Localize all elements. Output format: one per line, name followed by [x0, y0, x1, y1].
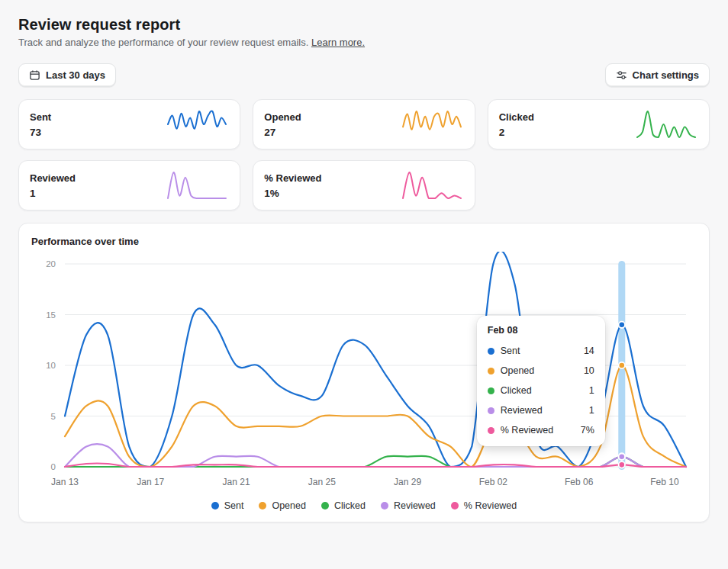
date-range-button[interactable]: Last 30 days [18, 63, 116, 87]
learn-more-link[interactable]: Learn more. [311, 37, 365, 48]
svg-text:Jan 17: Jan 17 [137, 477, 164, 487]
legend-color-dot [381, 502, 388, 510]
legend-item-clicked[interactable]: Clicked [321, 500, 366, 511]
svg-text:Feb 10: Feb 10 [650, 477, 679, 487]
metric-value: 2 [499, 127, 534, 138]
metric-card-pct-reviewed: % Reviewed 1% [253, 160, 475, 211]
sliders-icon [616, 69, 627, 81]
tooltip-series-name: Reviewed [501, 405, 583, 416]
legend-label: Reviewed [394, 500, 436, 511]
tooltip-row: % Reviewed7% [477, 420, 605, 440]
legend-label: Clicked [334, 500, 366, 511]
page-subtitle: Track and analyze the performance of you… [18, 37, 710, 48]
chart-settings-label: Chart settings [633, 69, 699, 81]
opened-sparkline [400, 108, 464, 140]
metric-label: Clicked [499, 111, 534, 123]
tooltip-series-value: 7% [581, 425, 594, 436]
metric-card-opened: Opened 27 [253, 99, 475, 149]
tooltip-row: Opened10 [477, 361, 605, 381]
sent-sparkline [165, 108, 229, 140]
chart-area: 05101520Jan 13Jan 17Jan 21Jan 25Jan 29Fe… [31, 252, 697, 493]
metric-value: 27 [264, 127, 301, 138]
tooltip-series-name: Clicked [501, 385, 583, 396]
tooltip-series-value: 1 [589, 405, 594, 416]
clicked-sparkline [634, 108, 698, 140]
tooltip-series-value: 14 [584, 346, 594, 356]
legend-label: Opened [272, 500, 305, 511]
tooltip-series-value: 10 [584, 365, 594, 376]
tooltip-series-name: Opened [501, 365, 578, 376]
metric-label: Sent [30, 111, 51, 123]
series-color-dot [488, 407, 494, 414]
legend-label: % Reviewed [464, 500, 517, 511]
review-request-report-page: Review request report Track and analyze … [0, 0, 728, 535]
legend-color-dot [259, 502, 266, 510]
metric-value: 1 [30, 188, 76, 199]
legend-color-dot [211, 502, 219, 510]
tooltip-row: Sent14 [477, 341, 605, 361]
svg-text:Jan 25: Jan 25 [308, 477, 336, 487]
tooltip-series-value: 1 [589, 385, 594, 396]
legend-label: Sent [224, 500, 244, 511]
svg-text:20: 20 [46, 259, 56, 268]
pct-reviewed-sparkline [400, 169, 464, 201]
metric-card-clicked: Clicked 2 [488, 99, 710, 149]
metric-label: % Reviewed [264, 172, 321, 184]
page-title: Review request report [18, 15, 710, 34]
svg-text:Feb 02: Feb 02 [479, 477, 508, 487]
calendar-icon [29, 69, 40, 81]
toolbar: Last 30 days Chart settings [18, 63, 710, 87]
legend-color-dot [321, 502, 329, 510]
chart-tooltip: Feb 08 Sent14Opened10Clicked1Reviewed1% … [477, 316, 605, 446]
svg-text:0: 0 [51, 462, 56, 471]
svg-text:10: 10 [46, 361, 56, 370]
svg-text:5: 5 [51, 412, 56, 421]
metric-card-reviewed: Reviewed 1 [18, 160, 240, 211]
reviewed-sparkline [165, 169, 229, 201]
series-color-dot [488, 427, 494, 434]
svg-text:Feb 06: Feb 06 [565, 477, 594, 487]
metric-value: 73 [30, 127, 51, 138]
series-color-dot [488, 348, 494, 355]
svg-text:Jan 29: Jan 29 [394, 477, 421, 487]
tooltip-row: Reviewed1 [477, 400, 605, 420]
tooltip-series-name: Sent [501, 346, 578, 356]
tooltip-date: Feb 08 [477, 323, 605, 341]
performance-chart-card: Performance over time 05101520Jan 13Jan … [18, 223, 710, 522]
metric-label: Reviewed [30, 172, 76, 184]
metric-label: Opened [264, 111, 301, 123]
svg-text:Jan 21: Jan 21 [223, 477, 250, 487]
svg-text:Jan 13: Jan 13 [51, 477, 79, 487]
legend-item-reviewed[interactable]: Reviewed [381, 500, 436, 511]
date-range-label: Last 30 days [46, 69, 105, 81]
legend-color-dot [451, 502, 459, 510]
tooltip-series-name: % Reviewed [501, 425, 575, 436]
tooltip-row: Clicked1 [477, 381, 605, 400]
legend-item-reviewed[interactable]: % Reviewed [451, 500, 517, 511]
svg-text:15: 15 [46, 310, 56, 320]
metric-value: 1% [264, 188, 321, 199]
chart-settings-button[interactable]: Chart settings [605, 63, 710, 87]
chart-legend: SentOpenedClickedReviewed% Reviewed [31, 493, 697, 516]
tooltip-rows: Sent14Opened10Clicked1Reviewed1% Reviewe… [477, 341, 605, 440]
legend-item-sent[interactable]: Sent [211, 500, 244, 511]
subtitle-text: Track and analyze the performance of you… [18, 37, 308, 48]
series-color-dot [488, 387, 494, 394]
metric-cards: Sent 73 Opened 27 Clicked 2 Reviewed 1 [18, 99, 710, 211]
series-color-dot [488, 368, 494, 375]
legend-item-opened[interactable]: Opened [259, 500, 305, 511]
metric-card-sent: Sent 73 [18, 99, 240, 149]
chart-title: Performance over time [31, 236, 697, 247]
